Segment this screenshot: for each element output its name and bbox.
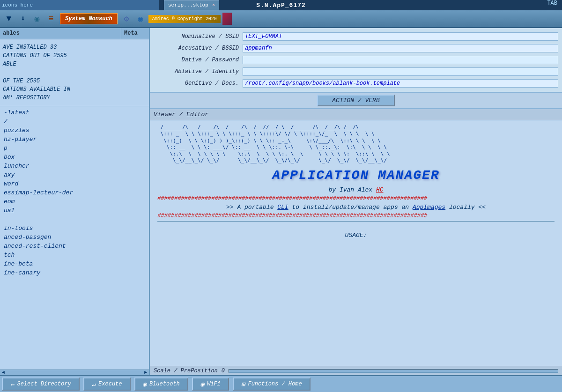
cli-link[interactable]: CLI: [277, 204, 288, 211]
viewer-content: /______/\ /____/\ /____/\ /__//__/_\ /__…: [150, 120, 562, 366]
sidebar-info-line2: CATIONS OUT OF 2595: [3, 52, 146, 60]
label-identity: Ablative / Identity: [154, 68, 243, 75]
toolbar-copyright: Amirec © Copyright 2020: [148, 15, 221, 23]
hc-link[interactable]: HC: [376, 186, 384, 193]
list-item[interactable]: ual: [0, 206, 149, 215]
functions-home-icon: ⊞: [241, 380, 245, 388]
input-password[interactable]: [243, 56, 558, 64]
description-line: >> A portable CLI to install/update/mana…: [157, 204, 555, 211]
sidebar-scroll-bar: ◄ ►: [0, 370, 149, 375]
sidebar-info-line4: OF THE 2595: [3, 77, 146, 85]
title-bar-left-area: icons here: [0, 0, 159, 10]
list-item[interactable]: box: [0, 153, 149, 162]
toolbar-end-decoration: [222, 13, 232, 25]
list-item[interactable]: anced-rest-client: [0, 242, 149, 251]
toolbar-globe-icon[interactable]: ◉: [31, 13, 43, 25]
execute-icon: ↵: [92, 380, 96, 388]
wifi-button[interactable]: ◉ WiFi: [192, 377, 229, 391]
action-area: ACTION / VERB: [150, 93, 562, 109]
toolbar-menu-icon[interactable]: ≡: [45, 13, 57, 25]
list-item[interactable]: luncher: [0, 162, 149, 170]
label-password: Dative / Password: [154, 57, 243, 63]
select-directory-label: Select Directory: [17, 381, 71, 387]
sidebar-header: ables Meta: [0, 28, 149, 39]
scroll-left-icon[interactable]: ◄: [2, 370, 5, 375]
sidebar-list: -latest / puzzles hz-player p box lunche…: [0, 106, 149, 370]
list-item[interactable]: [0, 215, 149, 224]
toolbar: ▼ ⬇ ◉ ≡ System Nonsuch ⚙ ◉ Amirec © Copy…: [0, 10, 562, 28]
sidebar-info-line5: CATIONS AVAILABLE IN: [3, 85, 146, 94]
sidebar-info-line6: AM' REPOSITORY: [3, 94, 146, 102]
input-bssid[interactable]: [243, 44, 558, 52]
list-item[interactable]: essimap-lecteur-der: [0, 188, 149, 197]
tab-close-icon[interactable]: ×: [212, 2, 215, 8]
toolbar-brand[interactable]: System Nonsuch: [60, 13, 118, 24]
appimages-link[interactable]: AppImages: [413, 204, 445, 211]
toolbar-settings-icon[interactable]: ⚙: [120, 13, 133, 25]
usage-label: USAGE:: [157, 232, 555, 239]
list-item[interactable]: -latest: [0, 108, 149, 117]
wifi-label: WiFi: [207, 381, 221, 387]
execute-button[interactable]: ↵ Execute: [83, 377, 131, 391]
sidebar: ables Meta AVE INSTALLED 33 CATIONS OUT …: [0, 28, 150, 375]
list-item[interactable]: ine-canary: [0, 268, 149, 277]
sidebar-info-line1: AVE INSTALLED 33: [3, 43, 146, 52]
list-item[interactable]: word: [0, 179, 149, 188]
sidebar-column-meta: Meta: [121, 28, 149, 39]
input-identity[interactable]: [243, 67, 558, 76]
list-item[interactable]: tch: [0, 251, 149, 259]
label-bssid: Accusative / BSSID: [154, 45, 243, 52]
tab-label: scrip...sktop: [168, 2, 208, 8]
title-bar-left-text: icons here: [0, 2, 33, 8]
main-area: ables Meta AVE INSTALLED 33 CATIONS OUT …: [0, 28, 562, 375]
label-docs: Genitive / Docs.: [154, 80, 243, 87]
sidebar-info-line3: ABLE: [3, 60, 146, 68]
sidebar-info: AVE INSTALLED 33 CATIONS OUT OF 2595 ABL…: [0, 39, 149, 106]
wifi-icon: ◉: [200, 380, 204, 388]
form-area: Nominative / SSID Accusative / BSSID Dat…: [150, 28, 562, 93]
scroll-right-icon[interactable]: ►: [144, 370, 147, 375]
functions-home-button[interactable]: ⊞ Functions / Home: [233, 377, 311, 391]
bluetooth-icon: ◉: [143, 380, 147, 388]
toolbar-globe2-icon[interactable]: ◉: [134, 13, 147, 25]
bluetooth-label: Bluetooth: [149, 381, 180, 387]
input-ssid[interactable]: [243, 32, 558, 41]
scale-slider[interactable]: [229, 369, 558, 373]
list-item[interactable]: /: [0, 117, 149, 126]
ascii-art: /______/\ /____/\ /____/\ /__//__/_\ /__…: [157, 124, 555, 164]
subtitle: by Ivan Alex HC: [157, 186, 555, 193]
action-verb-button[interactable]: ACTION / VERB: [317, 95, 394, 106]
title-bar-right: TAB: [547, 0, 562, 7]
window-title: S.N.ApP_6172: [256, 2, 306, 9]
list-item[interactable]: in-tools: [0, 224, 149, 233]
list-item[interactable]: anced-passgen: [0, 233, 149, 242]
title-bar: icons here scrip...sktop × S.N.ApP_6172 …: [0, 0, 562, 10]
label-ssid: Nominative / SSID: [154, 33, 243, 40]
list-item[interactable]: hz-player: [0, 135, 149, 144]
scale-label: Scale / PrePosition: [154, 368, 218, 374]
list-item[interactable]: axy: [0, 170, 149, 179]
list-item[interactable]: p: [0, 144, 149, 153]
list-item[interactable]: puzzles: [0, 126, 149, 135]
form-row-ssid: Nominative / SSID: [154, 31, 558, 42]
select-directory-icon: ⇐: [10, 380, 14, 388]
select-directory-button[interactable]: ⇐ Select Directory: [2, 377, 80, 391]
list-item[interactable]: eom: [0, 197, 149, 206]
bluetooth-button[interactable]: ◉ Bluetooth: [134, 377, 188, 391]
divider-line: [157, 221, 555, 228]
scale-bar: Scale / PrePosition 0: [150, 366, 562, 375]
scale-value: 0: [222, 368, 225, 374]
hash-line-bottom: ########################################…: [157, 213, 555, 219]
toolbar-arrow-down-icon[interactable]: ▼: [3, 13, 15, 25]
hash-line-top: ########################################…: [157, 195, 555, 202]
form-row-password: Dative / Password: [154, 55, 558, 65]
sidebar-column-ables: ables: [0, 28, 121, 39]
input-docs[interactable]: [243, 79, 558, 88]
form-row-bssid: Accusative / BSSID: [154, 43, 558, 53]
list-item[interactable]: ine-beta: [0, 259, 149, 268]
form-row-identity: Ablative / Identity: [154, 67, 558, 77]
toolbar-download-icon[interactable]: ⬇: [17, 13, 29, 25]
functions-home-label: Functions / Home: [248, 381, 302, 387]
app-title: APPLICATION MANAGER: [157, 168, 555, 183]
active-tab[interactable]: scrip...sktop ×: [164, 0, 219, 10]
